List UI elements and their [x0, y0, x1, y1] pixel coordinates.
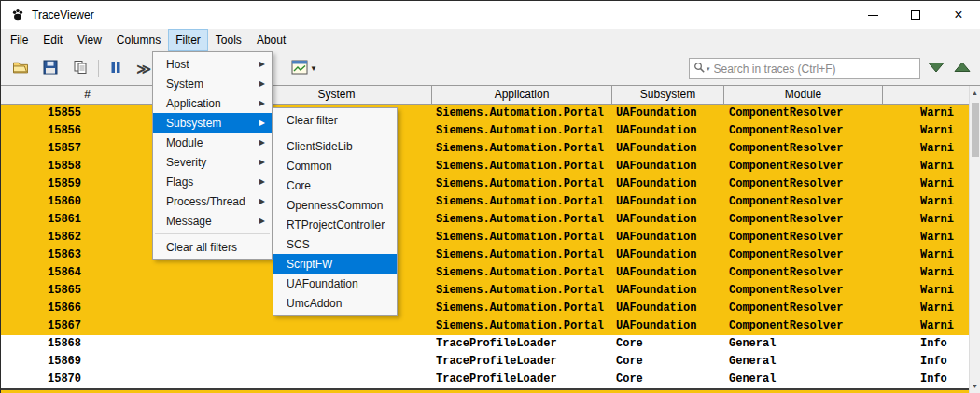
cell-severity: Warni: [883, 229, 970, 246]
search-next-button[interactable]: [926, 59, 946, 77]
menu-item-message[interactable]: Message▶: [153, 211, 272, 231]
scroll-down-button[interactable]: ▼: [970, 379, 980, 393]
cell-number: 15858: [1, 158, 175, 175]
menu-item-label: SCS: [287, 238, 390, 251]
menu-item-application[interactable]: Application▶: [153, 93, 272, 113]
menubar-item-edit[interactable]: Edit: [35, 29, 70, 51]
menu-item-label: UAFoundation: [287, 277, 390, 290]
submenu-arrow-icon: ▶: [259, 79, 265, 88]
table-row[interactable]: 15857Siemens.Automation.PortalUAFoundati…: [1, 140, 970, 158]
menu-item-scriptfw[interactable]: ScriptFW: [273, 254, 397, 274]
cell-severity: Warni: [883, 300, 970, 317]
open-button[interactable]: [8, 57, 33, 80]
cell-subsystem: UAFoundation: [612, 193, 724, 211]
table-row[interactable]: 15865Siemens.Automation.PortalUAFoundati…: [1, 282, 970, 300]
column-header-application[interactable]: Application: [432, 86, 612, 104]
column-header--[interactable]: #: [1, 86, 175, 104]
menu-item-label: Process/Thread: [166, 195, 254, 208]
table-row[interactable]: 15868TraceProfileLoaderCoreGeneralInfo: [1, 335, 970, 353]
menu-item-label: Common: [287, 160, 390, 173]
menu-item-label: Severity: [166, 156, 254, 169]
partial-highlighted-row[interactable]: [1, 388, 970, 393]
cell-hidden: [175, 282, 242, 300]
table-row[interactable]: 15855Siemens.Automation.PortalUAFoundati…: [1, 105, 970, 122]
column-header-module[interactable]: Module: [724, 86, 883, 104]
close-button[interactable]: ×: [937, 1, 980, 29]
menu-item-system[interactable]: System▶: [153, 74, 272, 93]
cell-hidden: [175, 300, 242, 317]
cell-module: ComponentResolver: [724, 229, 883, 246]
menubar-item-about[interactable]: About: [249, 29, 293, 51]
menubar-item-file[interactable]: File: [3, 29, 35, 51]
maximize-button[interactable]: [894, 1, 937, 29]
save-button[interactable]: [38, 57, 63, 80]
cell-severity: Warni: [883, 105, 970, 122]
cell-number: 15868: [1, 335, 175, 353]
menubar-item-view[interactable]: View: [70, 29, 109, 51]
menu-item-opennesscommon[interactable]: OpennessCommon: [273, 195, 397, 215]
menu-item-umcaddon[interactable]: UmcAddon: [273, 293, 397, 313]
table-row[interactable]: 15864Siemens.Automation.PortalUAFoundati…: [1, 264, 970, 282]
table-row[interactable]: 15870TraceProfileLoaderCoreGeneralInfo: [1, 371, 970, 388]
column-header-blank-6[interactable]: [883, 86, 970, 104]
search-prev-button[interactable]: [952, 59, 973, 77]
cell-number: 15864: [1, 264, 175, 282]
highlight-style-button[interactable]: ▼: [286, 57, 323, 80]
menu-item-core[interactable]: Core: [273, 175, 397, 195]
table-row[interactable]: 15867Siemens.Automation.PortalUAFoundati…: [1, 317, 970, 335]
cell-subsystem: UAFoundation: [612, 175, 724, 193]
menu-item-process-thread[interactable]: Process/Thread▶: [153, 191, 272, 211]
menu-item-clear-all-filters[interactable]: Clear all filters: [153, 237, 272, 257]
copy-button[interactable]: [68, 57, 92, 80]
table-row[interactable]: 15861Siemens.Automation.PortalUAFoundati…: [1, 211, 970, 229]
scroll-up-button[interactable]: ▲: [970, 86, 980, 101]
menu-item-module[interactable]: Module▶: [153, 133, 272, 152]
cell-subsystem: UAFoundation: [612, 300, 724, 317]
table-row[interactable]: 15859Siemens.Automation.PortalUAFoundati…: [1, 175, 970, 193]
menu-separator: [155, 233, 270, 234]
table-row[interactable]: 15869TraceProfileLoaderCoreGeneralInfo: [1, 353, 970, 371]
submenu-arrow-icon: ▶: [259, 217, 265, 225]
menu-item-host[interactable]: Host▶: [153, 54, 272, 74]
menu-item-subsystem[interactable]: Subsystem▶: [153, 113, 272, 133]
app-icon: [10, 7, 25, 22]
cell-subsystem: UAFoundation: [612, 246, 724, 264]
menu-item-uafoundation[interactable]: UAFoundation: [273, 274, 397, 293]
menubar-item-tools[interactable]: Tools: [208, 29, 249, 51]
menu-item-clear-filter[interactable]: Clear filter: [273, 110, 397, 130]
menu-item-common[interactable]: Common: [273, 156, 397, 175]
minimize-button[interactable]: [851, 1, 894, 29]
save-icon: [43, 60, 58, 78]
table-row[interactable]: 15860Siemens.Automation.PortalUAFoundati…: [1, 193, 970, 211]
cell-module: General: [724, 353, 883, 371]
table-row[interactable]: 15862Siemens.Automation.PortalUAFoundati…: [1, 229, 970, 246]
pause-button[interactable]: [104, 57, 128, 80]
menubar-item-columns[interactable]: Columns: [109, 29, 168, 51]
scroll-down-icon: ▼: [972, 383, 978, 389]
table-row[interactable]: 15866Siemens.Automation.PortalUAFoundati…: [1, 300, 970, 317]
column-header-subsystem[interactable]: Subsystem: [612, 86, 724, 104]
cell-severity: Warni: [883, 122, 970, 140]
table-row[interactable]: 15858Siemens.Automation.PortalUAFoundati…: [1, 158, 970, 175]
cell-severity: Warni: [883, 264, 970, 282]
table-row[interactable]: 15856Siemens.Automation.PortalUAFoundati…: [1, 122, 970, 140]
search-options-arrow-icon[interactable]: ▾: [707, 65, 710, 73]
cell-system: [242, 353, 432, 371]
menu-item-flags[interactable]: Flags▶: [153, 172, 272, 191]
menu-item-scs[interactable]: SCS: [273, 234, 397, 254]
menu-item-severity[interactable]: Severity▶: [153, 152, 272, 172]
cell-module: ComponentResolver: [724, 246, 883, 264]
search-input[interactable]: [714, 63, 916, 76]
menu-item-rtprojectcontroller[interactable]: RTProjectController: [273, 215, 397, 234]
cell-subsystem: UAFoundation: [612, 229, 724, 246]
cell-number: 15865: [1, 282, 175, 300]
cell-module: ComponentResolver: [724, 122, 883, 140]
menubar-item-filter[interactable]: Filter: [168, 29, 208, 51]
table-row[interactable]: 15863Siemens.Automation.PortalUAFoundati…: [1, 246, 970, 264]
scrollbar-thumb[interactable]: [972, 103, 979, 157]
cell-hidden: [175, 264, 242, 282]
menu-item-clientsidelib[interactable]: ClientSideLib: [273, 136, 397, 156]
minimize-icon: [868, 15, 878, 16]
vertical-scrollbar[interactable]: ▲ ▼: [969, 86, 980, 393]
cell-hidden: [175, 317, 242, 335]
